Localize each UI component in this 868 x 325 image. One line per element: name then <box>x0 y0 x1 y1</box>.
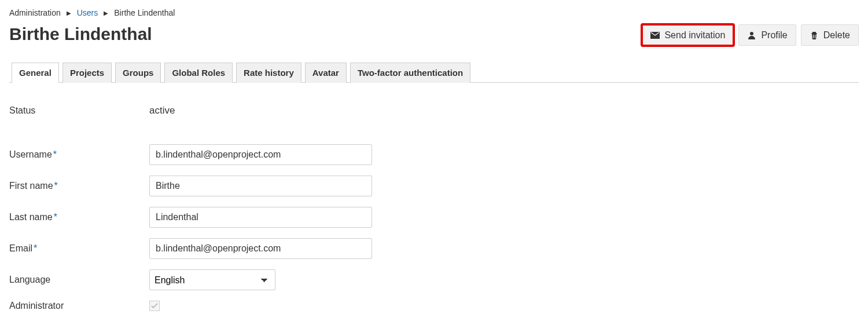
last-name-row: Last name* <box>9 207 859 228</box>
tab-global-roles[interactable]: Global Roles <box>164 63 233 83</box>
breadcrumb: Administration ▶ Users ▶ Birthe Lindenth… <box>9 8 859 17</box>
send-invitation-button[interactable]: Send invitation <box>642 24 734 46</box>
first-name-field[interactable] <box>149 176 372 196</box>
chevron-right-icon: ▶ <box>104 10 108 16</box>
username-field[interactable] <box>149 144 372 165</box>
tab-general[interactable]: General <box>12 63 59 83</box>
header-actions: Send invitation Profile Delete <box>642 24 859 46</box>
svg-rect-2 <box>813 35 814 38</box>
delete-button[interactable]: Delete <box>801 24 859 46</box>
header: Birthe Lindenthal Send invitation Profil… <box>9 24 859 46</box>
email-row: Email* <box>9 238 859 259</box>
breadcrumb-users-link[interactable]: Users <box>77 8 98 17</box>
delete-label: Delete <box>823 30 850 41</box>
send-invitation-label: Send invitation <box>664 30 725 41</box>
username-label: Username* <box>9 149 149 160</box>
status-value: active <box>149 105 175 116</box>
language-label: Language <box>9 275 149 285</box>
last-name-field[interactable] <box>149 207 372 228</box>
email-label: Email* <box>9 243 149 254</box>
chevron-right-icon: ▶ <box>67 10 71 16</box>
tab-avatar[interactable]: Avatar <box>305 63 347 83</box>
username-row: Username* <box>9 144 859 165</box>
first-name-label: First name* <box>9 181 149 191</box>
form: Status active Username* First name* Last… <box>9 83 859 311</box>
svg-rect-3 <box>815 35 815 38</box>
trash-icon <box>810 31 819 40</box>
administrator-label: Administrator <box>9 301 149 311</box>
administrator-row: Administrator <box>9 301 859 311</box>
first-name-row: First name* <box>9 176 859 196</box>
profile-label: Profile <box>761 30 787 41</box>
tab-two-factor[interactable]: Two-factor authentication <box>350 63 470 83</box>
tab-projects[interactable]: Projects <box>62 63 112 83</box>
status-row: Status active <box>9 105 859 116</box>
svg-point-1 <box>750 32 753 35</box>
language-select[interactable]: English <box>149 269 275 290</box>
email-field[interactable] <box>149 238 372 259</box>
last-name-label: Last name* <box>9 212 149 222</box>
profile-button[interactable]: Profile <box>738 24 796 46</box>
tabs: General Projects Groups Global Roles Rat… <box>9 62 859 83</box>
tab-groups[interactable]: Groups <box>115 63 161 83</box>
person-icon <box>747 31 756 40</box>
page-title: Birthe Lindenthal <box>9 24 152 44</box>
language-row: Language English <box>9 269 859 290</box>
status-label: Status <box>9 105 149 116</box>
breadcrumb-current: Birthe Lindenthal <box>114 8 175 17</box>
breadcrumb-root: Administration <box>9 8 61 17</box>
administrator-checkbox <box>149 301 160 311</box>
tab-rate-history[interactable]: Rate history <box>236 63 301 83</box>
mail-icon <box>650 31 660 40</box>
